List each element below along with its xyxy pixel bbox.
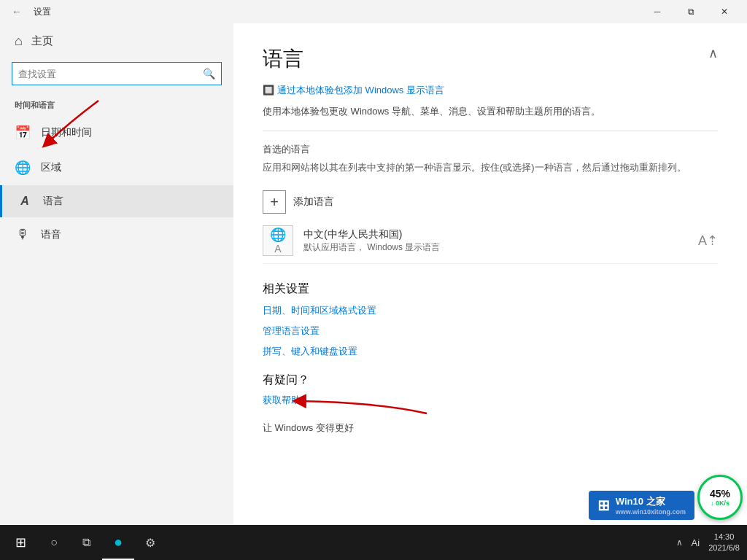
- language-item-info: 中文(中华人民共和国) 默认应用语言， Windows 显示语言: [303, 228, 688, 254]
- taskbar-settings[interactable]: ●: [102, 525, 134, 560]
- chevron-up-icon[interactable]: ∧: [708, 45, 718, 61]
- sidebar-item-language[interactable]: A 语言: [0, 185, 233, 217]
- window-controls: ─ ⧉ ✕: [640, 0, 741, 23]
- taskbar-gear[interactable]: ⚙: [134, 525, 166, 560]
- add-button-box: +: [263, 190, 286, 214]
- search-box: 🔍: [12, 62, 222, 85]
- language-action-icon[interactable]: A⇡: [698, 233, 718, 249]
- faq-title: 有疑问？: [263, 373, 718, 388]
- package-icon: 🔲: [263, 85, 274, 96]
- language-actions: A⇡: [698, 233, 718, 249]
- globe-icon: 🌐: [270, 227, 286, 243]
- watermark-title: Win10 之家: [616, 496, 665, 507]
- taskbar-chevron[interactable]: ∧: [672, 525, 687, 560]
- speed-indicator: 45% ↓ 0K/s: [697, 475, 743, 520]
- language-indicator: Ai: [692, 537, 700, 548]
- sidebar-home[interactable]: ⌂ 主页: [0, 23, 233, 59]
- start-button[interactable]: ⊞: [3, 525, 38, 560]
- bottom-section: 让 Windows 变得更好: [263, 421, 718, 435]
- preferred-description: 应用和网站将以其在列表中支持的第一种语言显示。按住(或选择)一种语言，然后通过拖…: [263, 160, 718, 176]
- taskbar-lang[interactable]: Ai: [687, 525, 705, 560]
- sidebar-item-region[interactable]: 🌐 区域: [0, 150, 233, 185]
- home-label: 主页: [31, 34, 53, 48]
- search-icon: 🔍: [197, 68, 221, 79]
- related-link-keyboard[interactable]: 拼写、键入和键盘设置: [263, 345, 718, 358]
- datetime-icon: 📅: [15, 125, 31, 141]
- watermark-text: Win10 之家 www.win10xitong.com: [616, 495, 686, 516]
- sidebar-item-speech-label: 语音: [41, 228, 61, 241]
- content-header: 语言 ∧: [263, 45, 718, 79]
- page-title: 语言: [263, 45, 303, 73]
- home-icon: ⌂: [15, 34, 23, 49]
- taskbar: ⊞ ○ ⧉ ● ⚙ ∧ Ai 14:30 2021/6/8: [0, 525, 747, 560]
- windows-logo-icon: ⊞: [597, 497, 610, 514]
- related-link-datetime[interactable]: 日期、时间和区域格式设置: [263, 304, 718, 317]
- close-button[interactable]: ✕: [708, 0, 741, 23]
- add-display-language-link[interactable]: 🔲 通过本地体验包添加 Windows 显示语言: [263, 84, 444, 97]
- time-display: 14:30: [708, 532, 740, 542]
- watermark-site: www.win10xitong.com: [616, 508, 686, 516]
- region-icon: 🌐: [15, 160, 31, 176]
- bottom-text: 让 Windows 变得更好: [263, 422, 354, 433]
- sidebar-nav: 📅 日期和时间 🌐 区域 A 语言 🎙 语音: [0, 115, 233, 252]
- related-settings-title: 相关设置: [263, 281, 718, 297]
- sidebar-item-language-label: 语言: [43, 195, 63, 208]
- sidebar-item-datetime[interactable]: 📅 日期和时间: [0, 115, 233, 150]
- sidebar-item-speech[interactable]: 🎙 语音: [0, 217, 233, 252]
- add-language-label: 添加语言: [293, 195, 334, 209]
- language-item-icon: 🌐 A: [263, 225, 293, 256]
- preferred-section-label: 首选的语言: [263, 143, 718, 156]
- language-name: 中文(中华人民共和国): [303, 228, 688, 241]
- taskbar-time[interactable]: 14:30 2021/6/8: [704, 525, 744, 560]
- divider-1: [263, 131, 718, 131]
- add-language-button[interactable]: + 添加语言: [263, 186, 334, 218]
- watermark: ⊞ Win10 之家 www.win10xitong.com: [589, 491, 694, 520]
- language-item-chinese: 🌐 A 中文(中华人民共和国) 默认应用语言， Windows 显示语言 A⇡: [263, 218, 718, 264]
- time-block: 14:30 2021/6/8: [708, 532, 740, 554]
- speed-value: ↓ 0K/s: [711, 499, 729, 507]
- title-bar: ← 设置 ─ ⧉ ✕: [0, 0, 747, 23]
- date-display: 2021/6/8: [708, 542, 740, 553]
- sidebar-item-region-label: 区域: [41, 161, 61, 174]
- search-input[interactable]: [12, 69, 197, 79]
- faq-link[interactable]: 获取帮助: [263, 394, 718, 407]
- minimize-button[interactable]: ─: [640, 0, 674, 23]
- letter-icon: A: [274, 243, 281, 254]
- related-link-language[interactable]: 管理语言设置: [263, 324, 718, 338]
- sidebar-section-title: 时间和语言: [0, 94, 233, 115]
- search-button[interactable]: ○: [38, 525, 70, 560]
- settings-window: ← 设置 ─ ⧉ ✕ ⌂ 主页 🔍 时间和语言: [0, 0, 747, 525]
- speech-icon: 🎙: [15, 227, 31, 242]
- title-bar-left: ← 设置: [6, 3, 51, 20]
- sidebar-item-datetime-label: 日期和时间: [41, 126, 92, 139]
- main-area: ⌂ 主页 🔍 时间和语言 📅 日期和时间 🌐 区域: [0, 23, 747, 525]
- window-title: 设置: [34, 6, 51, 18]
- sidebar: ⌂ 主页 🔍 时间和语言 📅 日期和时间 🌐 区域: [0, 23, 233, 525]
- content-area: 语言 ∧ 🔲 通过本地体验包添加 Windows 显示语言 使用本地体验包更改 …: [233, 23, 747, 525]
- task-view-button[interactable]: ⧉: [70, 525, 102, 560]
- speed-percent: 45%: [710, 488, 730, 499]
- language-icon: A: [17, 195, 33, 208]
- back-button[interactable]: ←: [6, 3, 28, 20]
- language-description: 使用本地体验包更改 Windows 导航、菜单、消息、设置和帮助主题所用的语言。: [263, 104, 718, 120]
- language-sub: 默认应用语言， Windows 显示语言: [303, 241, 688, 254]
- restore-button[interactable]: ⧉: [674, 0, 708, 23]
